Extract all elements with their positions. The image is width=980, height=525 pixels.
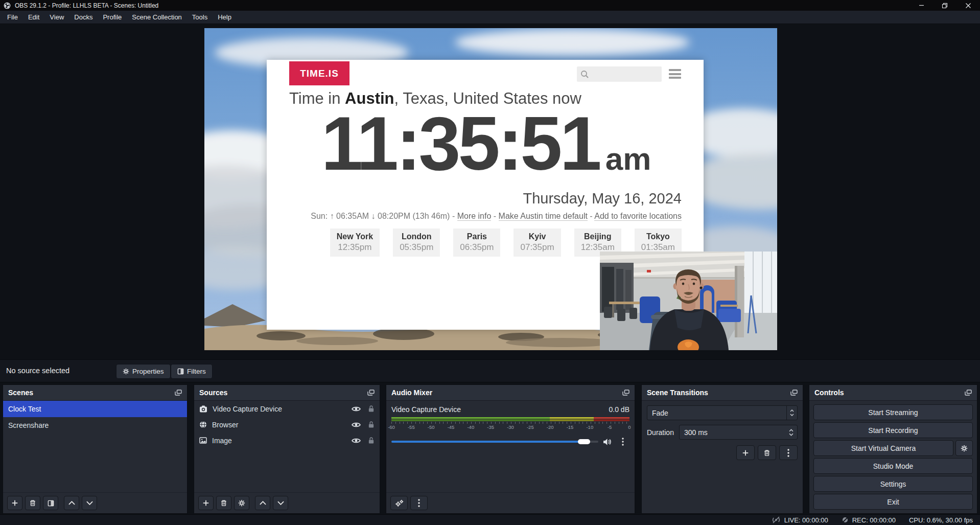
mixer-item-menu-button[interactable] [616,435,629,448]
city-card: Paris06:35pm [453,229,500,257]
minimize-button[interactable] [909,0,933,11]
kebab-menu-icon [418,499,420,507]
popout-icon[interactable] [965,390,972,396]
start-streaming-button[interactable]: Start Streaming [813,404,973,420]
studio-mode-button[interactable]: Studio Mode [813,458,973,474]
speaker-icon[interactable] [603,438,612,446]
make-default-link: Make Austin time default [499,212,588,221]
hamburger-menu-icon [669,69,681,79]
live-status: LIVE: 00:00:00 [772,516,828,524]
gear-icon [961,445,968,452]
preview-region: TIME.IS Time in Austin, Texas, United St… [0,24,980,359]
restore-button[interactable] [933,0,956,11]
source-item-video-capture[interactable]: Video Capture Device [194,401,380,417]
popout-icon[interactable] [622,390,629,396]
add-transition-button[interactable] [736,445,755,460]
menu-item-file[interactable]: File [2,11,23,24]
volume-slider-handle[interactable] [578,439,590,444]
source-properties-button[interactable] [234,496,249,510]
menu-item-docks[interactable]: Docks [69,11,98,24]
scenes-panel: Scenes Clock Test Screenshare [3,384,188,514]
duration-spinner[interactable] [787,429,797,436]
menu-item-edit[interactable]: Edit [23,11,44,24]
transitions-header[interactable]: Scene Transitions [642,385,803,401]
move-source-up-button[interactable] [255,496,270,510]
remove-source-button[interactable] [216,496,231,510]
more-info-link: More info [457,212,492,221]
timeis-logo: TIME.IS [289,61,349,85]
kebab-menu-icon [622,438,624,446]
advanced-audio-button[interactable] [390,496,408,510]
sun-info-line: Sun: ↑ 06:35AM ↓ 08:20PM (13h 46m) - Mor… [311,212,682,221]
popout-icon[interactable] [790,390,798,396]
mixer-menu-button[interactable] [410,496,428,510]
selected-source-toolbar: No source selected Properties Filters [0,359,980,382]
menu-bar: File Edit View Docks Profile Scene Colle… [0,11,980,24]
scenes-panel-header[interactable]: Scenes [3,385,187,401]
webcam-source[interactable] [600,252,777,350]
settings-button[interactable]: Settings [813,476,973,492]
city-card: New York12:35pm [330,229,380,257]
source-item-browser[interactable]: Browser [194,417,380,432]
double-gear-icon [395,499,404,507]
remove-transition-button[interactable] [758,445,776,460]
search-input [577,66,662,82]
lock-unlocked-icon[interactable] [368,421,375,428]
menu-item-help[interactable]: Help [213,11,237,24]
record-inactive-icon [842,516,849,523]
menu-item-view[interactable]: View [44,11,69,24]
start-recording-button[interactable]: Start Recording [813,422,973,438]
status-bar: LIVE: 00:00:00 REC: 00:00:00 CPU: 0.6%, … [0,514,980,525]
controls-header[interactable]: Controls [809,385,977,401]
menu-item-profile[interactable]: Profile [98,11,127,24]
volume-slider[interactable] [391,441,598,443]
properties-button[interactable]: Properties [116,364,171,379]
clock-ampm: am [605,128,651,190]
remove-scene-button[interactable] [25,496,40,510]
filter-icon [177,368,184,375]
transition-menu-button[interactable] [779,445,798,460]
popout-icon[interactable] [175,390,182,396]
scene-item-screenshare[interactable]: Screenshare [3,417,187,433]
sources-panel-header[interactable]: Sources [194,385,380,401]
city-card: Kyiv07:35pm [514,229,561,257]
close-button[interactable] [956,0,980,11]
source-item-image[interactable]: Image [194,432,380,448]
menu-item-scene-collection[interactable]: Scene Collection [127,11,187,24]
audio-mixer-header[interactable]: Audio Mixer [386,385,635,401]
virtual-camera-settings-button[interactable] [955,440,973,456]
sources-panel: Sources Video Capture Device Browser Ima… [194,384,380,514]
filters-button[interactable]: Filters [171,364,213,379]
gear-icon [123,368,129,375]
mixer-level-db: 0.0 dB [609,405,629,414]
scene-item-clock-test[interactable]: Clock Test [3,401,187,417]
menu-item-tools[interactable]: Tools [187,11,213,24]
preview-canvas[interactable]: TIME.IS Time in Austin, Texas, United St… [204,28,777,350]
eye-visible-icon[interactable] [352,438,361,444]
mixer-device-name: Video Capture Device [391,405,461,414]
lock-unlocked-icon[interactable] [368,405,375,413]
duration-input[interactable]: 300 ms [679,425,798,440]
add-source-button[interactable] [198,496,214,510]
camera-icon [199,405,207,413]
start-virtual-camera-button[interactable]: Start Virtual Camera [813,440,953,456]
controls-panel: Controls Start Streaming Start Recording… [809,384,977,514]
move-scene-down-button[interactable] [82,496,97,510]
window-title: OBS 29.1.2 - Profile: LLHLS BETA - Scene… [15,2,158,9]
eye-visible-icon[interactable] [352,406,361,412]
move-scene-up-button[interactable] [64,496,79,510]
transition-select[interactable]: Fade [647,405,798,420]
eye-visible-icon[interactable] [352,422,361,428]
add-scene-button[interactable] [7,496,22,510]
scene-filters-button[interactable] [43,496,58,510]
move-source-down-button[interactable] [273,496,288,510]
transition-select-spinner[interactable] [786,406,797,420]
clock-display: 11:35:51 am [289,113,683,190]
source-status-text: No source selected [6,367,69,375]
search-icon [580,70,589,79]
exit-button[interactable]: Exit [813,494,973,510]
audio-mixer-panel: Audio Mixer Video Capture Device 0.0 dB … [386,384,635,514]
lock-unlocked-icon[interactable] [368,437,375,444]
popout-icon[interactable] [367,390,375,396]
stream-inactive-icon [772,516,781,523]
